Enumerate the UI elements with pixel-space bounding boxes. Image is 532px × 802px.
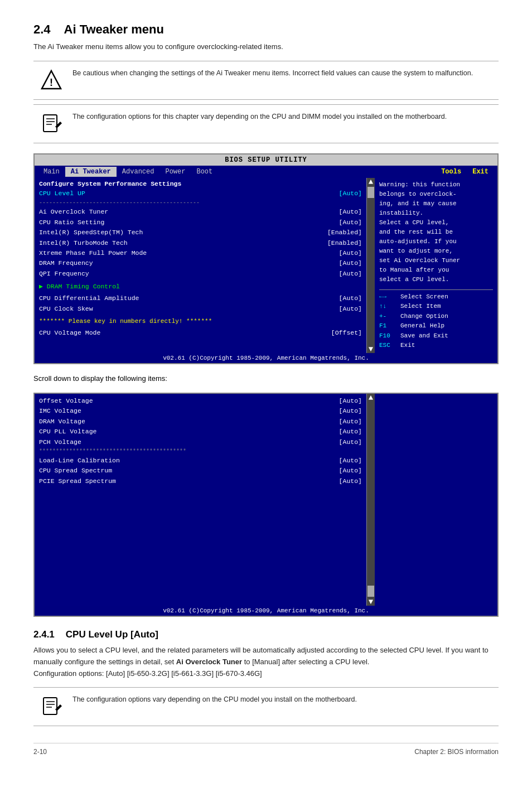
bios-submenu-dram-timing[interactable]: ▶ DRAM Timing Control (39, 283, 120, 290)
bios-row-pch-voltage[interactable]: PCH Voltage [Auto] (39, 437, 362, 447)
bios-separator-2: ****************************************… (39, 448, 362, 455)
bios-right-panel-2 (375, 394, 497, 606)
nav-boot[interactable]: Boot (191, 167, 218, 177)
bios-row-offset-voltage[interactable]: Offset Voltage [Auto] (39, 396, 362, 406)
legend-row-option: +- Change Option (379, 312, 493, 322)
bios-scrollbar-2[interactable]: ▲ ▼ (367, 394, 375, 606)
svg-text:!: ! (50, 77, 53, 88)
bios-label-imc-voltage: IMC Voltage (39, 406, 81, 416)
section-description: The Ai Tweaker menu items allow you to c… (33, 42, 499, 51)
note-notice-text: The configuration options for this chapt… (72, 112, 447, 122)
bios-row-cpu-diff-amp[interactable]: CPU Differential Amplitude [Auto] (39, 293, 362, 303)
legend-desc-exit: Exit (400, 341, 415, 351)
bios-label-qpi-freq: QPI Frequency (39, 269, 89, 279)
legend-desc-screen: Select Screen (400, 292, 448, 302)
bios-value-dram-voltage: [Auto] (339, 417, 362, 427)
scroll-down-arrow[interactable]: ▼ (369, 345, 373, 353)
scroll-up-arrow-2[interactable]: ▲ (369, 394, 373, 402)
bios-row-pcie-spread[interactable]: PCIE Spread Spectrum [Auto] (39, 476, 362, 486)
bios-row-speedstep[interactable]: Intel(R) SpeedStep(TM) Tech [Enabled] (39, 228, 362, 238)
bios-label-cpu-pll-voltage: CPU PLL Voltage (39, 427, 97, 437)
subsection-config-options: Configuration options: [Auto] [i5-650-3.… (33, 669, 262, 678)
bios-scrollbar-1[interactable]: ▲ ▼ (367, 178, 375, 353)
bios-scroll-thumb[interactable] (367, 187, 374, 198)
note-icon (39, 112, 64, 136)
bios-right-panel: Warning: this function belongs to overcl… (375, 178, 497, 353)
bios-value-imc-voltage: [Auto] (339, 406, 362, 416)
warning-notice-text: Be cautious when changing the settings o… (72, 68, 473, 79)
bios-value-qpi-freq: [Auto] (339, 269, 362, 279)
bios-value-dram-freq: [Auto] (339, 258, 362, 268)
legend-desc-help: General Help (400, 321, 444, 331)
subsection-heading: CPU Level Up [Auto] (66, 629, 158, 640)
nav-advanced[interactable]: Advanced (117, 167, 160, 177)
legend-key-f10: F10 (379, 331, 396, 341)
bios-label-ai-overclock: Ai Overclock Tuner (39, 207, 108, 217)
bios-value-cpu-clock-skew: [Auto] (339, 304, 362, 314)
bios-label-xtreme: Xtreme Phase Full Power Mode (39, 248, 147, 258)
bios-legend: ←→ Select Screen ↑↓ Select Item +- Chang… (379, 289, 493, 351)
bios-row-dram-freq[interactable]: DRAM Frequency [Auto] (39, 258, 362, 268)
nav-exit[interactable]: Exit (467, 167, 494, 177)
bios-stars-warning: ******* Please key in numbers directly! … (39, 318, 212, 325)
section-heading: Ai Tweaker menu (64, 22, 164, 37)
bottom-note-icon (39, 694, 64, 719)
subsection-bold-term: Ai Overclock Tuner (176, 658, 242, 666)
bios-value-load-line: [Auto] (339, 456, 362, 466)
bios-row-imc-voltage[interactable]: IMC Voltage [Auto] (39, 406, 362, 416)
nav-main[interactable]: Main (38, 167, 65, 177)
legend-desc-save: Save and Exit (400, 331, 448, 341)
section-number: 2.4 (33, 22, 51, 37)
nav-tools[interactable]: Tools (436, 167, 467, 177)
scroll-down-arrow-2[interactable]: ▼ (369, 598, 373, 606)
bottom-note-box: The configuration options vary depending… (33, 687, 499, 726)
bios-label-cpu-voltage-mode: CPU Voltage Mode (39, 328, 100, 338)
subsection-number: 2.4.1 (33, 629, 55, 640)
bios-row-xtreme[interactable]: Xtreme Phase Full Power Mode [Auto] (39, 248, 362, 258)
page-footer: 2-10 Chapter 2: BIOS information (33, 743, 499, 756)
bios-row-cpu-voltage-mode[interactable]: CPU Voltage Mode [Offset] (39, 328, 362, 338)
bios-body-2: Offset Voltage [Auto] IMC Voltage [Auto]… (35, 394, 497, 606)
bios-row-dram-voltage[interactable]: DRAM Voltage [Auto] (39, 417, 362, 427)
bios-row-cpu-clock-skew[interactable]: CPU Clock Skew [Auto] (39, 304, 362, 314)
bios-value-xtreme: [Auto] (339, 248, 362, 258)
bios-row-qpi-freq[interactable]: QPI Frequency [Auto] (39, 269, 362, 279)
scroll-up-arrow[interactable]: ▲ (369, 178, 373, 186)
bios-value-cpu-diff-amp: [Auto] (339, 293, 362, 303)
subsection-desc-text2: to [Manual] after selecting a CPU level. (242, 658, 369, 666)
bios-value-pch-voltage: [Auto] (339, 437, 362, 447)
bios-row-load-line[interactable]: Load-Line Calibration [Auto] (39, 456, 362, 466)
nav-power[interactable]: Power (159, 167, 191, 177)
bios-value-offset-voltage: [Auto] (339, 396, 362, 406)
bios-label-pcie-spread: PCIE Spread Spectrum (39, 476, 116, 486)
warning-notice-box: ! Be cautious when changing the settings… (33, 61, 499, 100)
nav-ai-tweaker[interactable]: Ai Tweaker (65, 167, 117, 177)
legend-desc-item: Select Item (400, 302, 441, 312)
legend-key-plusminus: +- (379, 312, 396, 322)
bios-row-ai-overclock[interactable]: Ai Overclock Tuner [Auto] (39, 207, 362, 217)
bios-scroll-thumb-2[interactable] (367, 586, 374, 597)
legend-row-screen: ←→ Select Screen (379, 292, 493, 302)
scroll-down-label: Scroll down to display the following ite… (33, 374, 499, 383)
bios-row-cpu-ratio[interactable]: CPU Ratio Setting [Auto] (39, 218, 362, 228)
bios-left-panel: Configure System Performance Settings CP… (35, 178, 367, 353)
bios-row-cpu-spread[interactable]: CPU Spread Spectrum [Auto] (39, 466, 362, 476)
bios-label-dram-freq: DRAM Frequency (39, 258, 93, 268)
bios-screen-1: BIOS SETUP UTILITY Main Ai Tweaker Advan… (33, 153, 499, 364)
bios-label-cpu-clock-skew: CPU Clock Skew (39, 304, 93, 314)
legend-desc-option: Change Option (400, 312, 448, 322)
section-title: 2.4 Ai Tweaker menu (33, 22, 499, 37)
bios-label-cpu-ratio: CPU Ratio Setting (39, 218, 104, 228)
bios-row-cpu-level-up[interactable]: CPU Level UP [Auto] (39, 189, 362, 199)
legend-key-f1: F1 (379, 321, 396, 331)
bios-value-cpu-level-up: [Auto] (339, 189, 362, 199)
bios-value-cpu-pll-voltage: [Auto] (339, 427, 362, 437)
bios-title-bar: BIOS SETUP UTILITY (35, 154, 497, 166)
bios-label-dram-voltage: DRAM Voltage (39, 417, 85, 427)
page-number: 2-10 (33, 748, 47, 756)
bios-row-turbomode[interactable]: Intel(R) TurboMode Tech [Enabled] (39, 238, 362, 248)
bios-label-speedstep: Intel(R) SpeedStep(TM) Tech (39, 228, 143, 238)
bios-footer-2: v02.61 (C)Copyright 1985-2009, American … (35, 606, 497, 616)
bios-row-cpu-pll-voltage[interactable]: CPU PLL Voltage [Auto] (39, 427, 362, 437)
bottom-note-text: The configuration options vary depending… (72, 694, 357, 705)
